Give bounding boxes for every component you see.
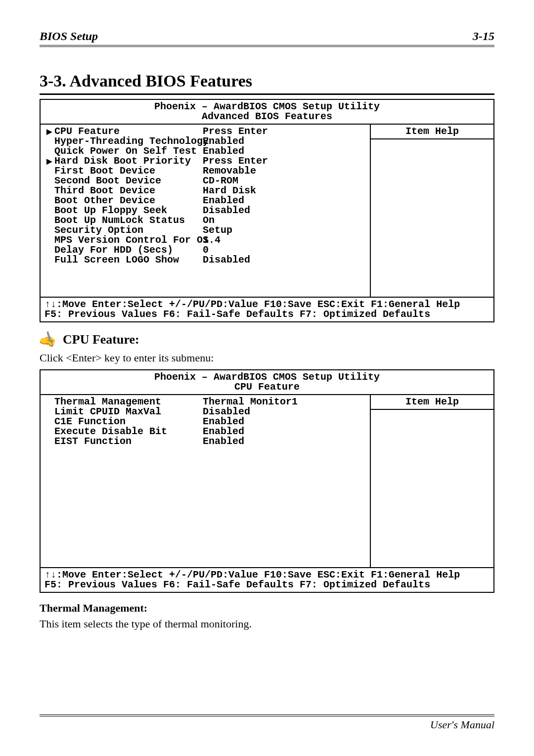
page-footer: User's Manual — [40, 714, 494, 731]
sub-heading-text: CPU Feature: — [63, 332, 139, 347]
bios-header: Phoenix – AwardBIOS CMOS Setup Utility A… — [41, 100, 493, 125]
bios-item-value: Disabled — [203, 255, 366, 265]
bios-item-value: Enabled — [203, 196, 366, 206]
bios-item-value: Press Enter — [203, 127, 366, 136]
bios-row[interactable]: Limit CPUID MaxValDisabled — [44, 407, 366, 417]
bios-items-panel: ►CPU FeaturePress Enter Hyper-Threading … — [41, 125, 370, 297]
bios-footer-line2: F5: Previous Values F6: Fail-Safe Defaul… — [44, 310, 490, 319]
bios-row[interactable]: First Boot DeviceRemovable — [44, 166, 366, 176]
bios-row[interactable]: Security OptionSetup — [44, 225, 366, 235]
header-right: 3-15 — [473, 30, 494, 43]
bios-item-label: Limit CPUID MaxVal — [54, 407, 203, 417]
submenu-marker-icon: ► — [44, 156, 54, 166]
bios-row[interactable]: ►CPU FeaturePress Enter — [44, 127, 366, 136]
bios-item-label: Boot Up Floppy Seek — [54, 206, 203, 216]
bios-item-label: Hyper-Threading Technology — [54, 136, 203, 146]
bios-item-label: Hard Disk Boot Priority — [54, 156, 203, 166]
submenu-marker-icon — [44, 146, 54, 156]
bios-item-value: Removable — [203, 166, 366, 176]
bios-item-value: 1.4 — [203, 235, 366, 245]
submenu-marker-icon — [44, 196, 54, 206]
bios-item-label: First Boot Device — [54, 166, 203, 176]
bios-row[interactable]: Thermal ManagementThermal Monitor1 — [44, 397, 366, 407]
submenu-marker-icon — [44, 166, 54, 176]
bios-item-label: Boot Other Device — [54, 196, 203, 206]
bios-item-value: Enabled — [203, 427, 366, 437]
submenu-marker-icon — [44, 245, 54, 255]
sub-heading-cpu-feature: ✍ CPU Feature: — [40, 331, 494, 348]
bios-item-label: Delay For HDD (Secs) — [54, 245, 203, 255]
bios-footer-line1: ↑↓:Move Enter:Select +/-/PU/PD:Value F10… — [44, 300, 490, 310]
bios-item-value: Thermal Monitor1 — [203, 397, 366, 407]
submenu-marker-icon — [44, 407, 54, 417]
bios-title-line1: Phoenix – AwardBIOS CMOS Setup Utility — [41, 102, 493, 112]
bios-row[interactable]: Boot Up NumLock StatusOn — [44, 216, 366, 225]
bios-item-value: 0 — [203, 245, 366, 255]
submenu-marker-icon: ► — [44, 127, 54, 136]
bios-row[interactable]: Boot Up Floppy SeekDisabled — [44, 206, 366, 216]
bios-footer-line2: F5: Previous Values F6: Fail-Safe Defaul… — [44, 580, 490, 590]
submenu-marker-icon — [44, 206, 54, 216]
bios-item-value: Setup — [203, 225, 366, 235]
bios-item-label: Execute Disable Bit — [54, 427, 203, 437]
submenu-marker-icon — [44, 216, 54, 225]
bios-item-label: C1E Function — [54, 417, 203, 427]
submenu-marker-icon — [44, 437, 54, 446]
bios-help-panel: Item Help — [370, 125, 493, 297]
hand-pointer-icon: ✍ — [37, 329, 59, 350]
submenu-marker-icon — [44, 417, 54, 427]
bios-row[interactable]: MPS Version Control For OS1.4 — [44, 235, 366, 245]
bios-row[interactable]: Hyper-Threading TechnologyEnabled — [44, 136, 366, 146]
bios-row[interactable]: Second Boot DeviceCD-ROM — [44, 176, 366, 186]
bios-help-title: Item Help — [371, 395, 493, 410]
bios-item-value: On — [203, 216, 366, 225]
bios-title-line1: Phoenix – AwardBIOS CMOS Setup Utility — [41, 372, 493, 382]
bios-item-value: CD-ROM — [203, 176, 366, 186]
bios-item-label: Second Boot Device — [54, 176, 203, 186]
bios-item-label: Full Screen LOGO Show — [54, 255, 203, 265]
submenu-marker-icon — [44, 397, 54, 407]
submenu-marker-icon — [44, 186, 54, 196]
header-left: BIOS Setup — [40, 30, 98, 43]
bios-item-value: Enabled — [203, 136, 366, 146]
submenu-marker-icon — [44, 136, 54, 146]
bios-item-value: Press Enter — [203, 156, 366, 166]
bios-item-value: Enabled — [203, 437, 366, 446]
sub-heading-desc: Click <Enter> key to enter its submenu: — [40, 352, 494, 364]
bios-footer-line1: ↑↓:Move Enter:Select +/-/PU/PD:Value F10… — [44, 570, 490, 580]
bios-item-value: Enabled — [203, 146, 366, 156]
bios-row[interactable]: ►Hard Disk Boot PriorityPress Enter — [44, 156, 366, 166]
bios-item-label: CPU Feature — [54, 127, 203, 136]
page-header: BIOS Setup 3-15 — [40, 30, 494, 47]
bios-screen-cpu-feature: Phoenix – AwardBIOS CMOS Setup Utility C… — [40, 369, 494, 593]
bios-items-panel: Thermal ManagementThermal Monitor1 Limit… — [41, 395, 370, 567]
submenu-marker-icon — [44, 176, 54, 186]
submenu-marker-icon — [44, 235, 54, 245]
bios-row[interactable]: Third Boot DeviceHard Disk — [44, 186, 366, 196]
bios-item-value: Disabled — [203, 407, 366, 417]
bios-item-label: EIST Function — [54, 437, 203, 446]
submenu-marker-icon — [44, 255, 54, 265]
bios-item-label: Boot Up NumLock Status — [54, 216, 203, 225]
bios-title-line2: CPU Feature — [41, 382, 493, 392]
bios-screen-advanced: Phoenix – AwardBIOS CMOS Setup Utility A… — [40, 99, 494, 322]
bios-footer: ↑↓:Move Enter:Select +/-/PU/PD:Value F10… — [41, 298, 493, 321]
bios-row[interactable]: Delay For HDD (Secs)0 — [44, 245, 366, 255]
item-title-thermal: Thermal Management: — [40, 602, 494, 615]
bios-row[interactable]: C1E FunctionEnabled — [44, 417, 366, 427]
bios-help-title: Item Help — [371, 125, 493, 139]
bios-item-value: Disabled — [203, 206, 366, 216]
bios-item-label: Security Option — [54, 225, 203, 235]
submenu-marker-icon — [44, 225, 54, 235]
section-title: 3-3. Advanced BIOS Features — [40, 72, 494, 95]
bios-footer: ↑↓:Move Enter:Select +/-/PU/PD:Value F10… — [41, 568, 493, 592]
bios-item-label: Quick Power On Self Test — [54, 146, 203, 156]
bios-item-label: MPS Version Control For OS — [54, 235, 203, 245]
bios-help-panel: Item Help — [370, 395, 493, 567]
bios-row[interactable]: Full Screen LOGO ShowDisabled — [44, 255, 366, 265]
bios-header: Phoenix – AwardBIOS CMOS Setup Utility C… — [41, 370, 493, 395]
bios-row[interactable]: Quick Power On Self TestEnabled — [44, 146, 366, 156]
bios-row[interactable]: Boot Other DeviceEnabled — [44, 196, 366, 206]
bios-row[interactable]: Execute Disable BitEnabled — [44, 427, 366, 437]
bios-row[interactable]: EIST FunctionEnabled — [44, 437, 366, 446]
